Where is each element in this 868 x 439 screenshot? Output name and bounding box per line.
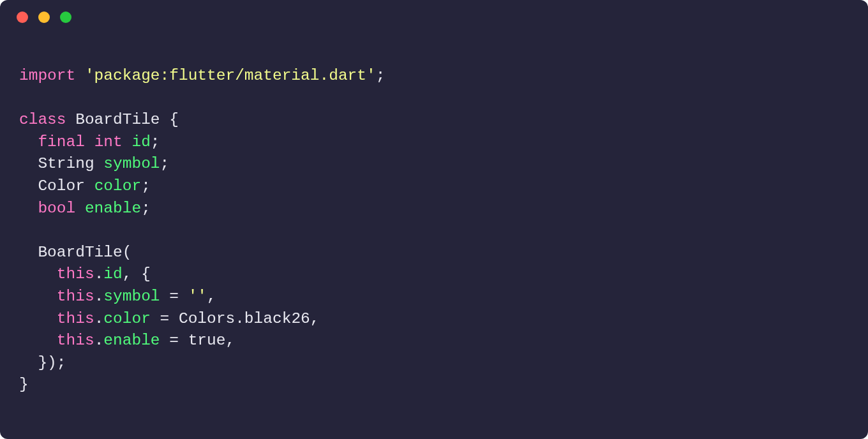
keyword-this: this (57, 288, 94, 305)
keyword-import: import (19, 67, 75, 84)
keyword-class: class (19, 111, 66, 128)
constructor-name: BoardTile (38, 244, 122, 261)
type-string: String (38, 155, 94, 172)
field-symbol: symbol (103, 155, 160, 172)
class-name: BoardTile (75, 111, 160, 128)
default-value: Colors.black26 (179, 310, 310, 327)
minimize-icon[interactable] (38, 11, 50, 23)
string-literal: 'package:flutter/material.dart' (85, 67, 376, 84)
field-color: color (94, 177, 142, 195)
type-bool: bool (38, 200, 75, 217)
keyword-this: this (57, 332, 94, 349)
type-color: Color (38, 177, 85, 195)
keyword-this: this (57, 310, 94, 327)
keyword-this: this (57, 265, 94, 283)
field-enable: enable (85, 200, 141, 217)
code-editor-content: import 'package:flutter/material.dart'; … (0, 34, 868, 415)
close-icon[interactable] (17, 11, 28, 23)
type-int: int (94, 133, 123, 151)
window-titlebar (0, 0, 868, 34)
code-window: import 'package:flutter/material.dart'; … (0, 0, 868, 439)
keyword-final: final (38, 133, 85, 151)
string-literal: '' (188, 288, 207, 305)
field-id: id (131, 133, 150, 151)
zoom-icon[interactable] (60, 11, 71, 23)
default-value: true (188, 332, 226, 349)
